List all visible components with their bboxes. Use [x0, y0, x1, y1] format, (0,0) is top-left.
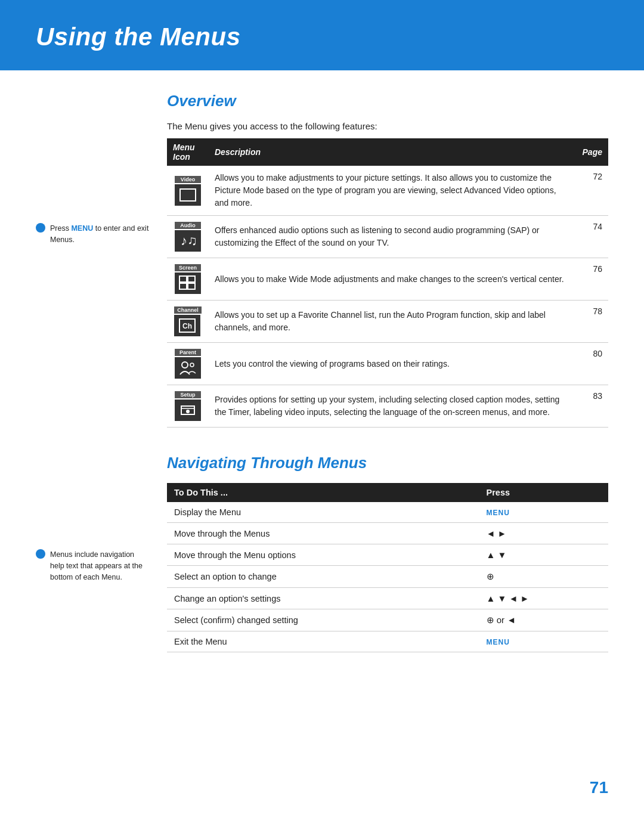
menu-icon-label: Screen	[175, 264, 201, 271]
page-content: Press MENU to enter and exit Menus. Over…	[0, 92, 644, 652]
nav-press-cell: ▲ ▼ ◄ ►	[479, 588, 608, 609]
menu-desc-cell: Offers enhanced audio options such as li…	[209, 216, 577, 258]
arrow-symbol: ▲ ▼	[487, 550, 507, 560]
menu-icon-cell: Parent	[167, 343, 209, 385]
menu-page-cell: 74	[577, 216, 608, 258]
table-row: Channel Ch Allows you to set up a Favori…	[167, 301, 608, 343]
nav-press-cell: MENU	[479, 502, 608, 523]
menu-icon-cell: Screen	[167, 258, 209, 301]
col-page: Page	[577, 138, 608, 166]
menu-icon-cell: Video	[167, 166, 209, 216]
menu-desc-cell: Lets you control the viewing of programs…	[209, 343, 577, 385]
menu-icon-label: Channel	[174, 306, 202, 314]
page-number: 71	[590, 778, 608, 797]
menu-icon	[36, 223, 45, 233]
svg-rect-3	[179, 276, 187, 282]
menu-keyword: MENU	[71, 224, 93, 233]
menu-icon-image	[175, 184, 201, 206]
menu-icon-box: Video	[175, 176, 201, 206]
menu-page-cell: 78	[577, 301, 608, 343]
channel-svg: Ch	[178, 318, 196, 333]
overview-sidebar: Press MENU to enter and exit Menus.	[36, 92, 149, 428]
menu-icon-image	[175, 272, 201, 294]
nav-table-row: Select an option to change⊕	[167, 566, 608, 588]
svg-point-12	[186, 410, 190, 413]
menu-page-cell: 76	[577, 258, 608, 301]
nav-action-cell: Move through the Menu options	[167, 544, 479, 566]
nav-table-row: Move through the Menus◄ ►	[167, 523, 608, 544]
table-header-row: Menu Icon Description Page	[167, 138, 608, 166]
nav-content: Navigating Through Menus To Do This ... …	[167, 454, 608, 652]
col-menu-icon: Menu Icon	[167, 138, 209, 166]
arrow-symbol: ▲ ▼ ◄ ►	[487, 593, 530, 603]
arrow-symbol: ⊕ or ◄	[487, 615, 516, 625]
nav-table: To Do This ... Press Display the MenuMEN…	[167, 483, 608, 652]
nav-press-cell: ⊕	[479, 566, 608, 588]
table-row: Video Allows you to make adjustments to …	[167, 166, 608, 216]
parent-svg	[179, 360, 197, 376]
nav-table-row: Move through the Menu options▲ ▼	[167, 544, 608, 566]
nav-action-cell: Change an option's settings	[167, 588, 479, 609]
menu-desc-cell: Allows you to make adjustments to your p…	[209, 166, 577, 216]
nav-action-cell: Select (confirm) changed setting	[167, 609, 479, 631]
menu-icon-cell: Audio ♪♫	[167, 216, 209, 258]
svg-rect-6	[188, 283, 195, 289]
svg-point-10	[190, 363, 194, 367]
nav-action-cell: Move through the Menus	[167, 523, 479, 544]
nav-table-row: Select (confirm) changed setting⊕ or ◄	[167, 609, 608, 631]
nav-press-cell: MENU	[479, 631, 608, 652]
screen-svg	[179, 275, 197, 291]
menu-page-cell: 72	[577, 166, 608, 216]
setup-svg	[179, 402, 197, 418]
nav-press-cell: ▲ ▼	[479, 544, 608, 566]
overview-sidebar-text: Press MENU to enter and exit Menus.	[50, 223, 149, 246]
menu-icon-cell: Channel Ch	[167, 301, 209, 343]
menu-icon-label: Audio	[175, 222, 201, 229]
page-header: Using the Menus	[0, 0, 644, 70]
col-press: Press	[479, 483, 608, 502]
table-row: Parent Lets you control the viewing of p…	[167, 343, 608, 385]
nav-menu-icon	[36, 549, 45, 559]
overview-content: Overview The Menu gives you access to th…	[167, 92, 608, 428]
table-row: Setup Provides options for setting up yo…	[167, 385, 608, 428]
menu-icon-image: ♪♫	[175, 230, 201, 252]
nav-sidebar: Menus include navigation help text that …	[36, 454, 149, 652]
menu-desc-cell: Allows you to make Wide Mode adjustments…	[209, 258, 577, 301]
menu-desc-cell: Provides options for setting up your sys…	[209, 385, 577, 428]
nav-action-cell: Exit the Menu	[167, 631, 479, 652]
menu-icon-box: Audio ♪♫	[175, 222, 201, 252]
table-row: Audio ♪♫ Offers enhanced audio options s…	[167, 216, 608, 258]
menu-icon-image	[175, 357, 201, 379]
nav-action-cell: Select an option to change	[167, 566, 479, 588]
menu-icon-box: Parent	[175, 349, 201, 379]
svg-text:Ch: Ch	[182, 322, 192, 330]
menu-icon-box: Channel Ch	[174, 306, 202, 336]
overview-intro: The Menu gives you access to the followi…	[167, 121, 608, 131]
nav-sidebar-note: Menus include navigation help text that …	[36, 549, 149, 583]
menu-keyword: MENU	[487, 509, 510, 517]
menu-icon-image: Ch	[174, 315, 200, 336]
col-description: Description	[209, 138, 577, 166]
col-action: To Do This ...	[167, 483, 479, 502]
nav-press-cell: ◄ ►	[479, 523, 608, 544]
menu-page-cell: 83	[577, 385, 608, 428]
menu-icon-box: Screen	[175, 264, 201, 294]
menu-icon-cell: Setup	[167, 385, 209, 428]
page-title: Using the Menus	[36, 23, 608, 51]
audio-svg: ♪♫	[179, 233, 197, 249]
nav-table-row: Change an option's settings▲ ▼ ◄ ►	[167, 588, 608, 609]
overview-heading: Overview	[167, 92, 608, 110]
svg-rect-4	[188, 276, 195, 282]
nav-action-cell: Display the Menu	[167, 502, 479, 523]
arrow-symbol: ⊕	[487, 571, 494, 581]
video-svg	[179, 188, 197, 202]
nav-heading: Navigating Through Menus	[167, 454, 608, 472]
menu-keyword: MENU	[487, 638, 510, 646]
navigating-section: Menus include navigation help text that …	[36, 454, 608, 652]
menu-icon-image	[175, 400, 201, 421]
menu-features-table: Menu Icon Description Page Video Allows …	[167, 138, 608, 428]
svg-rect-5	[179, 283, 187, 289]
svg-rect-0	[180, 189, 196, 201]
menu-desc-cell: Allows you to set up a Favorite Channel …	[209, 301, 577, 343]
menu-icon-box: Setup	[175, 391, 201, 421]
